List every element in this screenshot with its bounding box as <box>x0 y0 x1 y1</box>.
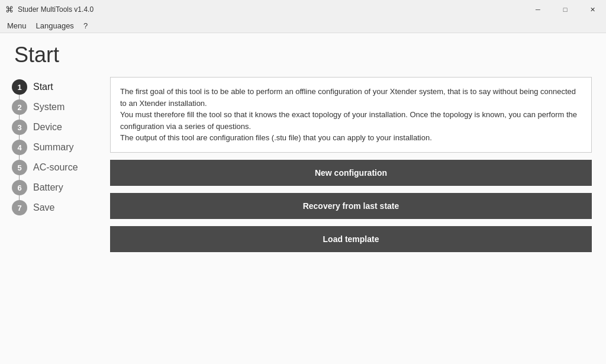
sidebar-item-save[interactable]: 7 Save <box>12 198 101 218</box>
description-line-1: The first goal of this tool is to be abl… <box>120 86 582 109</box>
step-circle-2: 2 <box>12 99 27 115</box>
description-line-2: You must therefore fill the tool so that… <box>120 109 582 132</box>
menu-item-languages[interactable]: Languages <box>31 20 79 31</box>
title-bar: ⌘ Studer MultiTools v1.4.0 ─ □ ✕ <box>0 0 606 19</box>
sidebar-item-device[interactable]: 3 Device <box>12 117 101 137</box>
load-template-button[interactable]: Load template <box>110 226 592 252</box>
recovery-from-last-state-button[interactable]: Recovery from last state <box>110 193 592 219</box>
description-box: The first goal of this tool is to be abl… <box>110 77 592 153</box>
step-circle-4: 4 <box>12 140 27 155</box>
step-label-acsource: AC-source <box>33 162 78 173</box>
step-label-summary: Summary <box>33 142 73 153</box>
sidebar-item-acsource[interactable]: 5 AC-source <box>12 157 101 178</box>
title-bar-controls: ─ □ ✕ <box>524 0 606 19</box>
step-circle-3: 3 <box>12 120 27 135</box>
sidebar-item-start[interactable]: 1 Start <box>12 77 101 97</box>
menu-item-menu[interactable]: Menu <box>2 20 31 31</box>
step-label-battery: Battery <box>33 182 63 193</box>
new-configuration-button[interactable]: New configuration <box>110 160 592 186</box>
menu-item-help[interactable]: ? <box>79 20 92 31</box>
sidebar: 1 Start 2 System 3 Device 4 Summary 5 AC… <box>0 72 101 355</box>
step-circle-6: 6 <box>12 180 27 195</box>
minimize-button[interactable]: ─ <box>524 0 552 19</box>
app-icon: ⌘ <box>5 5 14 14</box>
page-title: Start <box>14 43 592 67</box>
maximize-button[interactable]: □ <box>552 0 579 19</box>
step-circle-5: 5 <box>12 160 27 175</box>
menu-bar: Menu Languages ? <box>0 19 606 33</box>
description-line-3: The output of this tool are configuratio… <box>120 132 582 144</box>
content-area: 1 Start 2 System 3 Device 4 Summary 5 AC… <box>0 72 606 364</box>
main-content: Start 1 Start 2 System 3 Device 4 Summar… <box>0 33 606 364</box>
right-panel: The first goal of this tool is to be abl… <box>101 72 606 355</box>
step-label-start: Start <box>33 82 53 92</box>
sidebar-item-system[interactable]: 2 System <box>12 97 101 117</box>
step-label-system: System <box>33 102 65 112</box>
sidebar-item-summary[interactable]: 4 Summary <box>12 137 101 157</box>
close-button[interactable]: ✕ <box>579 0 606 19</box>
app-title: Studer MultiTools v1.4.0 <box>18 5 94 14</box>
step-circle-7: 7 <box>12 200 27 215</box>
page-title-area: Start <box>0 33 606 72</box>
title-bar-left: ⌘ Studer MultiTools v1.4.0 <box>5 5 94 14</box>
step-label-save: Save <box>33 202 54 213</box>
sidebar-item-battery[interactable]: 6 Battery <box>12 178 101 198</box>
step-circle-1: 1 <box>12 79 27 95</box>
step-label-device: Device <box>33 122 62 133</box>
